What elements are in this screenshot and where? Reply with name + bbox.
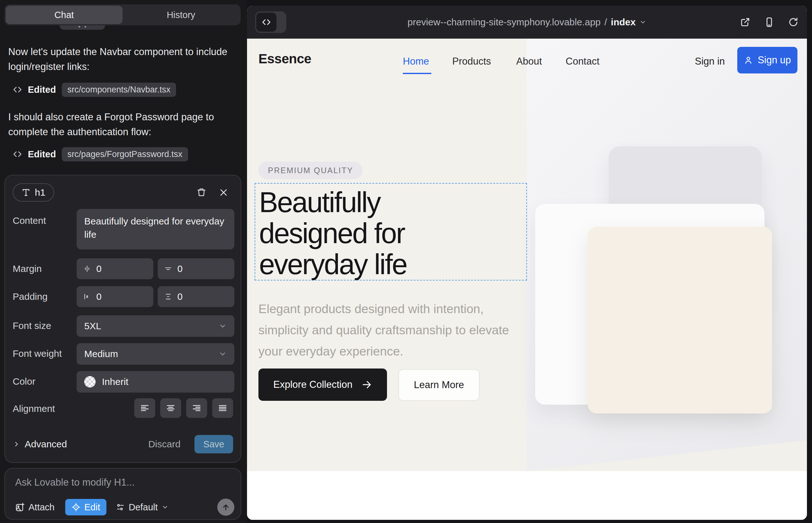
hero-heading-line: designed for bbox=[259, 218, 407, 249]
sliders-icon bbox=[116, 503, 125, 511]
chat-sidebar: Chat History Now let's update the Navbar… bbox=[0, 0, 247, 523]
code-view-toggle[interactable] bbox=[255, 12, 286, 33]
mobile-view-button[interactable] bbox=[764, 17, 775, 28]
sign-up-button[interactable]: Sign up bbox=[737, 47, 797, 73]
align-center-button[interactable] bbox=[160, 398, 181, 418]
color-select[interactable]: Inherit bbox=[77, 371, 234, 393]
arrow-right-icon bbox=[361, 379, 372, 390]
nav-link-contact[interactable]: Contact bbox=[566, 56, 600, 67]
explore-collection-button[interactable]: Explore Collection bbox=[259, 368, 387, 401]
discard-button[interactable]: Discard bbox=[148, 439, 180, 450]
font-size-label: Font size bbox=[13, 320, 51, 331]
url-bar: preview--charming-site-symphony.lovable.… bbox=[247, 6, 807, 39]
nav-link-products[interactable]: Products bbox=[452, 56, 491, 67]
attach-button[interactable]: Attach bbox=[15, 502, 54, 512]
color-label: Color bbox=[13, 376, 35, 387]
margin-x-icon bbox=[83, 265, 91, 273]
color-swatch bbox=[84, 376, 96, 387]
chat-message: Now let's update the Navbar component to… bbox=[8, 44, 230, 74]
active-nav-underline bbox=[403, 73, 431, 74]
font-weight-value: Medium bbox=[84, 348, 118, 359]
url-page: index bbox=[611, 17, 636, 28]
hero-heading[interactable]: Beautifully designed for everyday life bbox=[259, 187, 407, 280]
edited-file-row: Edited src/pages/ForgotPassword.tsx bbox=[13, 147, 188, 161]
browser-toolbar: preview--charming-site-symphony.lovable.… bbox=[247, 6, 807, 39]
learn-more-button[interactable]: Learn More bbox=[399, 369, 479, 401]
nav-link-about[interactable]: About bbox=[516, 56, 542, 67]
file-chip[interactable]: src/components/Navbar.tsx bbox=[62, 83, 176, 97]
composer-toolbar: Attach Edit Default bbox=[15, 498, 234, 516]
nav-link-home[interactable]: Home bbox=[403, 56, 429, 67]
element-tag-name: h1 bbox=[35, 187, 45, 198]
font-size-select[interactable]: 5XL bbox=[77, 315, 234, 337]
edited-label: Edited bbox=[28, 149, 56, 160]
padding-y-icon bbox=[164, 292, 172, 301]
content-label: Content bbox=[13, 215, 46, 226]
url-separator: / bbox=[604, 17, 607, 28]
file-chip[interactable]: src/pages/ForgotPassword.tsx bbox=[62, 147, 188, 161]
close-icon bbox=[219, 188, 228, 197]
close-editor-button[interactable] bbox=[216, 185, 231, 200]
margin-y-icon bbox=[164, 265, 172, 273]
open-external-button[interactable] bbox=[740, 17, 751, 28]
browser-actions bbox=[740, 17, 799, 28]
padding-x-value: 0 bbox=[96, 291, 102, 302]
content-input[interactable]: Beautifully designed for everyday life bbox=[77, 209, 234, 250]
padding-x-input[interactable]: 0 bbox=[77, 286, 153, 307]
delete-element-button[interactable] bbox=[194, 185, 209, 200]
explore-collection-label: Explore Collection bbox=[273, 379, 352, 390]
url-host: preview--charming-site-symphony.lovable.… bbox=[408, 17, 601, 28]
advanced-label: Advanced bbox=[25, 439, 67, 450]
prompt-input[interactable]: Ask Lovable to modify H1... bbox=[15, 477, 135, 488]
sign-in-link[interactable]: Sign in bbox=[695, 56, 725, 67]
premium-quality-badge: PREMIUM QUALITY bbox=[259, 161, 363, 179]
preview-site: Essence Home Products About Contact Sign… bbox=[247, 39, 807, 520]
margin-y-value: 0 bbox=[177, 264, 183, 274]
margin-label: Margin bbox=[13, 264, 42, 274]
align-justify-icon bbox=[217, 403, 228, 413]
padding-x-icon bbox=[83, 292, 91, 301]
margin-x-value: 0 bbox=[96, 264, 102, 274]
chevron-down-icon bbox=[161, 504, 169, 511]
hero-heading-line: Beautifully bbox=[259, 187, 407, 218]
edit-label: Edit bbox=[84, 502, 100, 512]
align-left-button[interactable] bbox=[134, 398, 155, 418]
font-weight-select[interactable]: Medium bbox=[77, 343, 234, 365]
edit-mode-button[interactable]: Edit bbox=[65, 499, 106, 516]
dot bbox=[78, 26, 80, 28]
code-icon bbox=[256, 13, 277, 32]
alignment-label: Alignment bbox=[13, 403, 55, 414]
advanced-toggle[interactable]: Advanced bbox=[13, 439, 67, 450]
element-tag-pill[interactable]: h1 bbox=[13, 183, 54, 202]
element-editor-panel: h1 Content Beautifully designed for ever… bbox=[4, 175, 241, 463]
chevron-down-icon bbox=[218, 350, 227, 358]
prompt-composer: Ask Lovable to modify H1... Attach Edit … bbox=[4, 468, 241, 520]
margin-x-input[interactable]: 0 bbox=[77, 258, 153, 279]
default-label: Default bbox=[128, 502, 158, 512]
align-left-icon bbox=[140, 403, 150, 413]
user-icon bbox=[744, 55, 753, 65]
align-right-icon bbox=[192, 403, 202, 413]
align-center-icon bbox=[166, 403, 176, 413]
send-button[interactable] bbox=[217, 499, 234, 516]
hero-heading-line: everyday life bbox=[259, 249, 407, 280]
chevron-down-icon bbox=[218, 322, 227, 330]
site-brand[interactable]: Essence bbox=[259, 51, 311, 67]
tab-chat[interactable]: Chat bbox=[6, 6, 123, 24]
hero-paragraph: Elegant products designed with intention… bbox=[259, 298, 512, 362]
code-icon bbox=[13, 85, 22, 94]
align-justify-button[interactable] bbox=[212, 398, 233, 418]
decorative-card-cream bbox=[588, 227, 772, 413]
browser-preview: preview--charming-site-symphony.lovable.… bbox=[247, 6, 807, 520]
save-button[interactable]: Save bbox=[194, 435, 233, 453]
model-default-dropdown[interactable]: Default bbox=[116, 502, 169, 512]
site-navbar: Essence Home Products About Contact Sign… bbox=[247, 39, 807, 86]
padding-y-input[interactable]: 0 bbox=[158, 286, 234, 307]
margin-y-input[interactable]: 0 bbox=[158, 258, 234, 279]
trash-icon bbox=[197, 188, 206, 197]
tab-history[interactable]: History bbox=[123, 6, 240, 24]
edited-file-row: Edited src/components/Navbar.tsx bbox=[13, 82, 176, 97]
sidebar-tabs: Chat History bbox=[4, 4, 241, 25]
refresh-button[interactable] bbox=[788, 17, 799, 28]
align-right-button[interactable] bbox=[186, 398, 207, 418]
